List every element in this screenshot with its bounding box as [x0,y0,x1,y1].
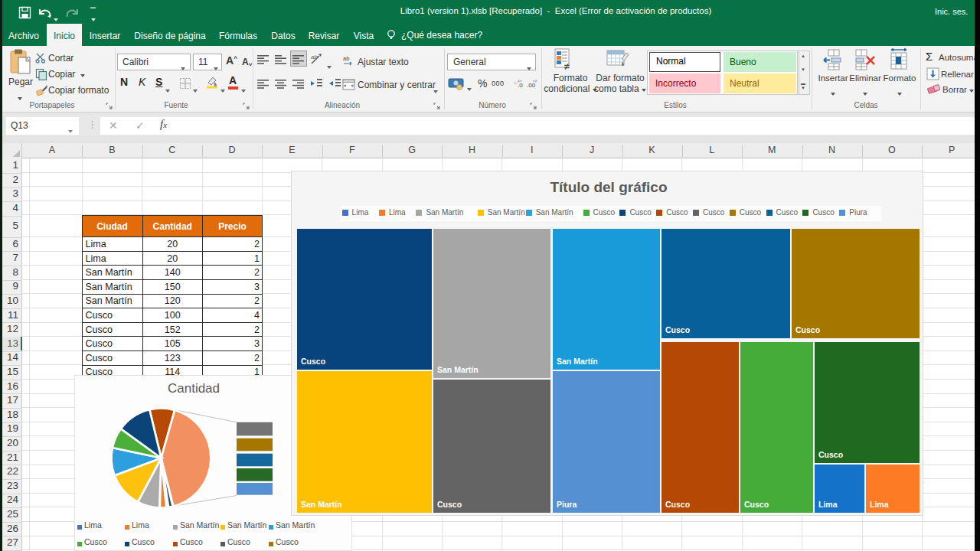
svg-text:⇦: ⇦ [518,78,522,83]
svg-text:⇨: ⇨ [533,78,537,83]
svg-text:≠: ≠ [564,61,570,71]
svg-text:ab: ab [343,55,349,62]
svg-text:ab: ab [311,54,318,60]
